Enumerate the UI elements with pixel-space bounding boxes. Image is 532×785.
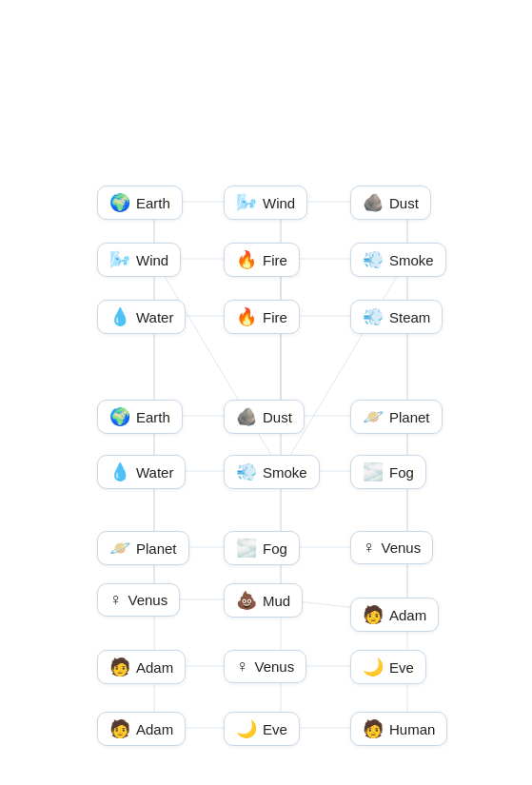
dust-icon: 🪨 (363, 192, 384, 213)
water-icon: 💧 (109, 306, 130, 327)
smoke-icon: 💨 (363, 249, 384, 270)
node-label: Mud (263, 593, 290, 609)
node-fog-14[interactable]: 🌫️Fog (350, 455, 426, 489)
node-label: Fire (263, 252, 287, 268)
node-label: Venus (255, 658, 295, 675)
node-wind-1[interactable]: 🌬️Wind (224, 186, 307, 220)
fog-icon: 🌫️ (363, 461, 384, 482)
steam-icon: 💨 (363, 306, 384, 327)
node-mud-19[interactable]: 💩Mud (224, 583, 303, 618)
adam-icon: 🧑 (109, 718, 130, 739)
node-label: Wind (263, 195, 295, 211)
node-venus-17[interactable]: ♀Venus (350, 531, 433, 564)
planet-icon: 🪐 (363, 406, 384, 427)
node-steam-8[interactable]: 💨Steam (350, 300, 443, 334)
node-adam-20[interactable]: 🧑Adam (350, 598, 439, 632)
node-water-6[interactable]: 💧Water (97, 300, 186, 334)
node-label: Water (136, 309, 173, 325)
node-smoke-13[interactable]: 💨Smoke (224, 455, 320, 489)
node-fog-16[interactable]: 🌫️Fog (224, 531, 300, 565)
water-icon: 💧 (109, 461, 130, 482)
node-dust-10[interactable]: 🪨Dust (224, 400, 305, 434)
node-adam-24[interactable]: 🧑Adam (97, 712, 186, 746)
node-venus-22[interactable]: ♀Venus (224, 650, 306, 683)
node-label: Fire (263, 309, 287, 325)
planet-icon: 🪐 (109, 538, 130, 559)
node-label: Venus (382, 540, 422, 556)
human-icon: 🧑 (363, 718, 384, 739)
node-label: Fog (263, 540, 287, 557)
node-label: Water (136, 464, 173, 481)
node-label: Eve (389, 659, 414, 676)
node-label: Earth (136, 195, 170, 211)
node-earth-9[interactable]: 🌍Earth (97, 400, 183, 434)
eve-icon: 🌙 (363, 657, 384, 677)
node-label: Venus (128, 592, 168, 608)
node-planet-11[interactable]: 🪐Planet (350, 400, 443, 434)
adam-icon: 🧑 (109, 657, 130, 677)
node-wind-3[interactable]: 🌬️Wind (97, 243, 181, 277)
smoke-icon: 💨 (236, 461, 257, 482)
node-label: Steam (389, 309, 430, 325)
node-fire-7[interactable]: 🔥Fire (224, 300, 300, 334)
venus-icon: ♀ (109, 590, 123, 610)
fog-icon: 🌫️ (236, 538, 257, 559)
node-venus-18[interactable]: ♀Venus (97, 583, 180, 617)
node-eve-25[interactable]: 🌙Eve (224, 712, 300, 746)
fire-icon: 🔥 (236, 249, 257, 270)
node-label: Human (389, 721, 435, 737)
node-adam-21[interactable]: 🧑Adam (97, 650, 186, 684)
node-label: Dust (389, 195, 419, 211)
earth-icon: 🌍 (109, 192, 130, 213)
node-label: Planet (389, 409, 430, 425)
venus-icon: ♀ (363, 538, 376, 558)
wind-icon: 🌬️ (109, 249, 130, 270)
node-label: Eve (263, 721, 287, 737)
node-dust-2[interactable]: 🪨Dust (350, 186, 431, 220)
node-label: Earth (136, 409, 170, 425)
node-earth-0[interactable]: 🌍Earth (97, 186, 183, 220)
node-label: Wind (136, 252, 168, 268)
dust-icon: 🪨 (236, 406, 257, 427)
wind-icon: 🌬️ (236, 192, 257, 213)
node-label: Smoke (389, 252, 434, 268)
venus-icon: ♀ (236, 657, 249, 677)
earth-icon: 🌍 (109, 406, 130, 427)
node-smoke-5[interactable]: 💨Smoke (350, 243, 446, 277)
node-eve-23[interactable]: 🌙Eve (350, 650, 426, 684)
node-water-12[interactable]: 💧Water (97, 455, 186, 489)
node-label: Planet (136, 540, 177, 557)
node-label: Adam (136, 659, 173, 676)
node-fire-4[interactable]: 🔥Fire (224, 243, 300, 277)
node-label: Adam (136, 721, 173, 737)
mud-icon: 💩 (236, 590, 257, 611)
node-label: Fog (389, 464, 414, 481)
node-planet-15[interactable]: 🪐Planet (97, 531, 189, 565)
fire-icon: 🔥 (236, 306, 257, 327)
eve-icon: 🌙 (236, 718, 257, 739)
node-label: Adam (389, 607, 426, 623)
adam-icon: 🧑 (363, 604, 384, 625)
node-human-26[interactable]: 🧑Human (350, 712, 447, 746)
node-label: Dust (263, 409, 292, 425)
node-label: Smoke (263, 464, 307, 481)
